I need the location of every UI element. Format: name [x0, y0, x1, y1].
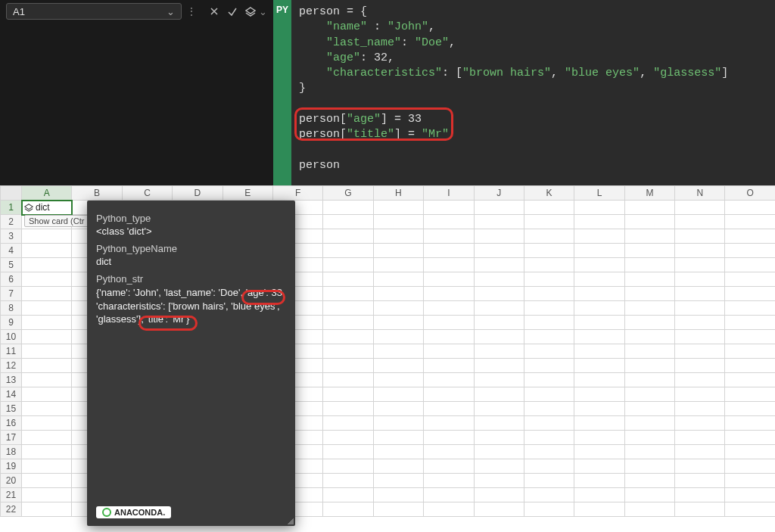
cell[interactable]	[624, 459, 674, 474]
cell[interactable]	[524, 215, 574, 229]
cell[interactable]	[725, 402, 775, 416]
cell[interactable]	[474, 416, 524, 431]
cell[interactable]	[474, 459, 524, 474]
cell[interactable]	[624, 488, 674, 502]
cell[interactable]	[725, 459, 775, 474]
cell[interactable]	[725, 431, 775, 445]
cell[interactable]	[675, 316, 725, 330]
show-card-button[interactable]: Show card (Ctr	[24, 215, 89, 227]
cell[interactable]	[424, 488, 474, 502]
cell[interactable]	[323, 272, 373, 287]
row-header[interactable]: 16	[1, 416, 22, 431]
cell[interactable]	[574, 330, 624, 344]
resize-handle-icon[interactable]	[288, 518, 294, 524]
cell[interactable]	[675, 258, 725, 272]
cell[interactable]	[524, 244, 574, 258]
cell[interactable]	[524, 459, 574, 474]
cell[interactable]	[624, 502, 674, 517]
cell[interactable]	[725, 330, 775, 344]
cell[interactable]	[524, 502, 574, 517]
select-all-corner[interactable]	[1, 186, 22, 201]
cell[interactable]	[373, 431, 423, 445]
cell[interactable]	[725, 359, 775, 373]
cell[interactable]	[574, 459, 624, 474]
column-header[interactable]: C	[122, 186, 172, 201]
column-header[interactable]: O	[725, 186, 775, 201]
cell[interactable]	[22, 387, 72, 402]
cell[interactable]	[22, 459, 72, 474]
cell[interactable]	[424, 244, 474, 258]
cell[interactable]	[22, 416, 72, 431]
column-header[interactable]: E	[223, 186, 272, 201]
cell[interactable]	[675, 445, 725, 459]
cell[interactable]	[524, 301, 574, 316]
cell[interactable]	[323, 201, 373, 215]
cell[interactable]	[574, 373, 624, 387]
cell[interactable]	[574, 229, 624, 244]
cell[interactable]	[22, 229, 72, 244]
cell[interactable]	[424, 416, 474, 431]
cell[interactable]	[323, 344, 373, 359]
cell[interactable]	[424, 502, 474, 517]
cell-A1[interactable]: dict	[22, 201, 72, 215]
cell[interactable]	[424, 459, 474, 474]
cell[interactable]	[373, 229, 423, 244]
cell[interactable]	[624, 316, 674, 330]
row-header[interactable]: 18	[1, 445, 22, 459]
cell[interactable]	[323, 459, 373, 474]
column-header[interactable]: J	[474, 186, 524, 201]
cell[interactable]	[675, 474, 725, 488]
cell[interactable]	[624, 201, 674, 215]
cell[interactable]	[22, 431, 72, 445]
cell[interactable]	[22, 402, 72, 416]
cell[interactable]	[474, 301, 524, 316]
cell[interactable]	[22, 330, 72, 344]
row-header[interactable]: 8	[1, 301, 22, 316]
cell[interactable]	[524, 201, 574, 215]
cell[interactable]	[574, 445, 624, 459]
cell[interactable]	[22, 316, 72, 330]
cell[interactable]	[524, 330, 574, 344]
cell[interactable]	[574, 215, 624, 229]
cell[interactable]	[574, 431, 624, 445]
cell[interactable]	[524, 258, 574, 272]
cell[interactable]	[474, 402, 524, 416]
cell[interactable]	[675, 229, 725, 244]
cell[interactable]	[574, 301, 624, 316]
cell[interactable]	[424, 359, 474, 373]
cell[interactable]	[22, 287, 72, 301]
cell[interactable]	[373, 272, 423, 287]
name-box[interactable]: A1 ⌄	[6, 3, 182, 20]
row-header[interactable]: 20	[1, 474, 22, 488]
cell[interactable]	[323, 258, 373, 272]
cell[interactable]	[323, 402, 373, 416]
cell[interactable]	[424, 215, 474, 229]
vertical-dots-icon[interactable]: ⋮	[186, 6, 197, 17]
column-header[interactable]: L	[574, 186, 624, 201]
cell[interactable]	[323, 387, 373, 402]
cell[interactable]	[725, 373, 775, 387]
cell[interactable]	[725, 445, 775, 459]
cell[interactable]	[624, 402, 674, 416]
cell[interactable]	[424, 431, 474, 445]
cell[interactable]	[373, 373, 423, 387]
python-output-button[interactable]	[242, 4, 259, 19]
cell[interactable]	[574, 272, 624, 287]
cell[interactable]	[373, 387, 423, 402]
cell[interactable]	[323, 416, 373, 431]
cell[interactable]	[574, 258, 624, 272]
cell[interactable]	[524, 416, 574, 431]
cell[interactable]	[474, 244, 524, 258]
cell[interactable]	[524, 373, 574, 387]
cell[interactable]	[373, 459, 423, 474]
cell[interactable]	[725, 301, 775, 316]
cell[interactable]	[624, 244, 674, 258]
row-header[interactable]: 17	[1, 431, 22, 445]
cell[interactable]	[373, 416, 423, 431]
cell[interactable]	[725, 244, 775, 258]
cell[interactable]	[624, 359, 674, 373]
cell[interactable]	[574, 201, 624, 215]
cell[interactable]	[474, 431, 524, 445]
row-header[interactable]: 9	[1, 316, 22, 330]
cell[interactable]	[373, 215, 423, 229]
